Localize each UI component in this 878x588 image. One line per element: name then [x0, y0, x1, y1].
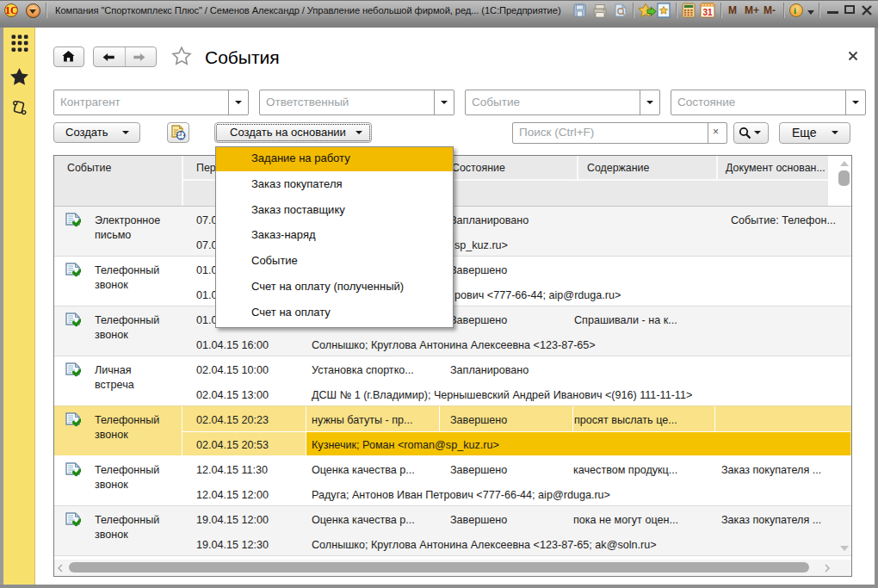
svg-text:31: 31	[702, 8, 713, 17]
